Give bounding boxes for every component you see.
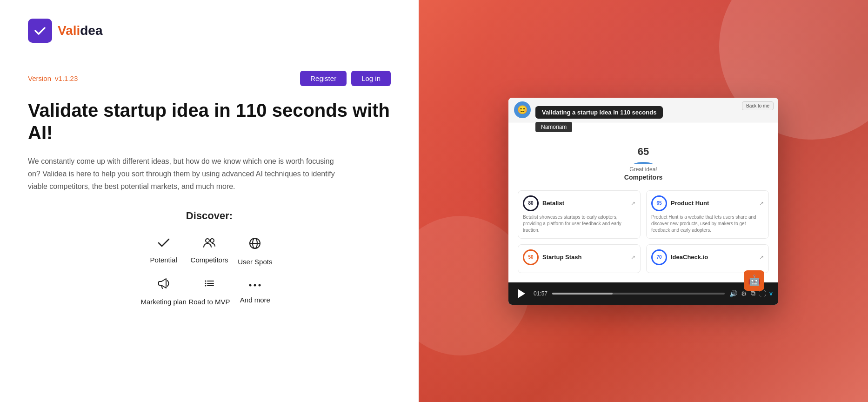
producthunt-score: 65 <box>651 195 667 211</box>
hero-title: Validate startup idea in 110 seconds wit… <box>28 99 391 144</box>
control-icons: 🔊 ⚙ ⧉ ⛶ V <box>729 289 773 297</box>
features-grid: Potential Competitors User <box>140 237 278 306</box>
chat-icon: 🤖 <box>748 275 761 287</box>
score-value: 65 <box>638 146 649 158</box>
feature-user-spots: User Spots <box>232 237 278 266</box>
competitor-producthunt-header: 65 Product Hunt ↗ <box>651 195 764 211</box>
hero-description: We constantly come up with different ide… <box>28 155 335 193</box>
score-area: 65 Great idea! Competitors <box>518 132 769 181</box>
megaphone-icon <box>157 277 170 293</box>
betalist-name: Betalist <box>542 200 564 207</box>
svg-point-7 <box>249 284 252 286</box>
betalist-score: 80 <box>523 195 539 211</box>
back-to-me-button[interactable]: Back to me <box>742 101 774 110</box>
ideacheck-score: 70 <box>651 249 667 265</box>
logo-text: Validea <box>58 23 103 38</box>
startupstash-score: 50 <box>523 249 539 265</box>
competitors-label: Competitors <box>191 256 228 264</box>
video-avatar: 😊 <box>514 101 531 118</box>
svg-point-5 <box>205 282 206 284</box>
feature-competitors: Competitors <box>187 237 232 266</box>
avatar-emoji: 😊 <box>517 105 527 115</box>
register-button[interactable]: Register <box>300 71 347 86</box>
competitors-section-label: Competitors <box>624 174 662 181</box>
fullscreen-icon[interactable]: ⛶ <box>759 290 766 297</box>
potential-label: Potential <box>150 256 177 264</box>
competitor-ideacheck-header: 70 IdeaCheck.io ↗ <box>651 249 764 265</box>
feature-potential: Potential <box>140 237 186 266</box>
ideacheck-name: IdeaCheck.io <box>671 254 708 261</box>
progress-fill <box>552 293 613 295</box>
feature-marketing: Marketing plan <box>140 277 186 306</box>
user-spots-label: User Spots <box>238 258 272 266</box>
score-gauge: 65 <box>615 132 671 164</box>
marketing-label: Marketing plan <box>140 298 186 306</box>
score-label: Great idea! <box>629 166 657 173</box>
producthunt-expand-icon[interactable]: ↗ <box>759 200 764 207</box>
competitor-betalist-header: 80 Betalist ↗ <box>523 195 635 211</box>
startupstash-name: Startup Stash <box>542 254 582 261</box>
time-display: 01:57 <box>534 290 548 297</box>
video-tooltip-title: Validating a startup idea in 110 seconds <box>535 106 663 119</box>
version-row: Version v1.1.23 Register Log in <box>28 71 391 86</box>
producthunt-name: Product Hunt <box>671 200 709 207</box>
globe-icon <box>248 237 261 253</box>
logo-vali: Vali <box>58 23 80 38</box>
competitor-ideacheck: 70 IdeaCheck.io ↗ <box>646 244 769 273</box>
logo-icon <box>28 19 52 43</box>
competitor-producthunt: 65 Product Hunt ↗ Product Hunt is a webs… <box>646 190 769 239</box>
list-icon <box>203 277 216 293</box>
left-panel: Validea Version v1.1.23 Register Log in … <box>0 0 419 402</box>
play-icon <box>518 289 525 298</box>
video-content: 65 Great idea! Competitors 80 Betalist ↗ <box>508 122 778 282</box>
video-controls: 01:57 🔊 ⚙ ⧉ ⛶ V <box>508 282 778 305</box>
svg-point-4 <box>205 280 206 281</box>
vimeo-icon[interactable]: V <box>769 291 773 296</box>
discover-label: Discover: <box>28 210 391 222</box>
check-icon <box>157 237 170 251</box>
road-mvp-label: Road to MVP <box>188 298 230 306</box>
progress-bar[interactable] <box>552 293 725 295</box>
and-more-label: And more <box>240 296 270 304</box>
play-button[interactable] <box>514 286 529 301</box>
svg-point-9 <box>259 284 261 286</box>
version-left: Version v1.1.23 <box>28 74 78 82</box>
startupstash-expand-icon[interactable]: ↗ <box>631 254 635 261</box>
svg-point-8 <box>254 284 256 286</box>
betalist-expand-icon[interactable]: ↗ <box>631 200 635 207</box>
volume-icon[interactable]: 🔊 <box>729 290 737 297</box>
producthunt-desc: Product Hunt is a website that lets user… <box>651 214 764 234</box>
competitor-startupstash: 50 Startup Stash ↗ <box>518 244 641 273</box>
video-container: Validating a startup idea in 110 seconds… <box>508 98 778 305</box>
pip-icon[interactable]: ⧉ <box>751 289 755 297</box>
settings-icon[interactable]: ⚙ <box>741 290 747 297</box>
feature-road-to-mvp: Road to MVP <box>187 277 232 306</box>
auth-buttons: Register Log in <box>300 71 391 86</box>
login-button[interactable]: Log in <box>351 71 391 86</box>
feature-and-more: And more <box>232 277 278 306</box>
svg-point-6 <box>205 285 206 286</box>
svg-point-1 <box>210 239 214 242</box>
competitor-betalist: 80 Betalist ↗ Betalist showcases startup… <box>518 190 641 239</box>
video-tooltip-sub: Namoriam <box>535 122 572 132</box>
right-panel: Validating a startup idea in 110 seconds… <box>419 0 868 402</box>
logo-dea: dea <box>80 23 102 38</box>
svg-point-0 <box>206 239 209 242</box>
betalist-desc: Betalist showcases startups to early ado… <box>523 214 635 234</box>
version-label: Version <box>28 74 51 82</box>
more-icon <box>248 277 261 291</box>
competitors-grid: 80 Betalist ↗ Betalist showcases startup… <box>518 190 769 273</box>
competitor-startupstash-header: 50 Startup Stash ↗ <box>523 249 635 265</box>
version-number: v1.1.23 <box>55 74 78 82</box>
logo-area: Validea <box>28 19 391 43</box>
ideacheck-expand-icon[interactable]: ↗ <box>759 254 764 261</box>
users-icon <box>202 237 217 251</box>
chat-widget[interactable]: 🤖 <box>744 270 764 291</box>
video-wrapper: Validating a startup idea in 110 seconds… <box>508 98 778 305</box>
